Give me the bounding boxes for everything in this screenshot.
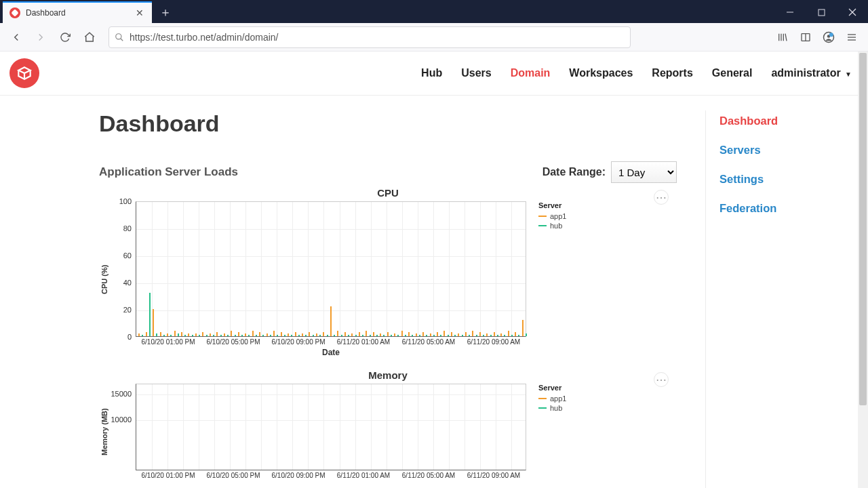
ytick: 15000 <box>111 390 132 398</box>
brand-logo[interactable] <box>9 58 39 88</box>
tab-title: Dashboard <box>26 8 129 18</box>
chart-options-button[interactable]: ⋯ <box>654 372 669 387</box>
svg-line-9 <box>785 33 787 41</box>
address-bar-text: https://test.turbo.net/admin/domain/ <box>130 32 278 43</box>
xtick: 6/11/20 05:00 AM <box>402 338 455 346</box>
browser-tab-active[interactable]: Dashboard ✕ <box>3 1 152 23</box>
search-icon <box>115 33 124 42</box>
sidebar-link-federation[interactable]: Federation <box>719 202 868 215</box>
date-range-select[interactable]: 1 Day <box>611 161 677 183</box>
legend-title: Server <box>538 201 582 209</box>
xtick: 6/10/20 09:00 PM <box>272 472 326 479</box>
svg-rect-1 <box>818 9 825 16</box>
xtick: 6/10/20 01:00 PM <box>142 338 195 346</box>
vertical-scrollbar[interactable] <box>858 52 868 488</box>
xtick: 6/10/20 09:00 PM <box>272 338 326 346</box>
section-title: Application Server Loads <box>99 165 238 179</box>
site-topnav: HubUsersDomainWorkspacesReportsGeneralad… <box>0 52 868 96</box>
ytick: 40 <box>123 279 132 287</box>
xtick: 6/11/20 09:00 AM <box>467 472 520 479</box>
sidebar-link-settings[interactable]: Settings <box>719 173 868 186</box>
window-close-button[interactable] <box>837 1 868 23</box>
window-minimize-button[interactable] <box>774 1 806 23</box>
nav-link-reports[interactable]: Reports <box>652 67 692 79</box>
nav-link-general[interactable]: General <box>712 67 753 79</box>
svg-point-4 <box>116 33 121 39</box>
chart-ylabel: Memory (MB) <box>99 388 110 475</box>
user-menu[interactable]: administrator ▼ <box>771 67 852 79</box>
xtick: 6/11/20 01:00 AM <box>337 338 390 346</box>
sidebar-link-servers[interactable]: Servers <box>719 144 868 157</box>
favicon-turbo <box>9 7 20 18</box>
chart-plot <box>136 384 526 470</box>
page-title: Dashboard <box>99 110 677 137</box>
ytick: 20 <box>123 306 132 314</box>
chart-cpu: CPU⋯CPU (%)0204060801006/10/20 01:00 PM6… <box>99 187 677 357</box>
xtick: 6/10/20 05:00 PM <box>207 472 260 479</box>
legend-item-app1: app1 <box>538 394 582 403</box>
nav-forward-button[interactable] <box>30 26 52 48</box>
browser-toolbar: https://test.turbo.net/admin/domain/ <box>0 23 868 52</box>
svg-line-5 <box>121 38 123 41</box>
hamburger-menu-button[interactable] <box>841 26 863 48</box>
ytick: 80 <box>123 224 132 232</box>
nav-link-users[interactable]: Users <box>461 67 491 79</box>
nav-link-domain[interactable]: Domain <box>511 67 551 79</box>
nav-back-button[interactable] <box>5 26 27 48</box>
nav-reload-button[interactable] <box>54 26 76 48</box>
legend-item-app1: app1 <box>538 212 582 220</box>
new-tab-button[interactable]: ＋ <box>156 3 175 22</box>
account-icon[interactable] <box>818 26 840 48</box>
right-sidebar: DashboardServersSettingsFederation <box>705 110 868 488</box>
chart-ylabel: CPU (%) <box>99 211 110 347</box>
ytick: 100 <box>119 197 132 205</box>
browser-titlebar: Dashboard ✕ ＋ <box>0 0 868 23</box>
ytick: 60 <box>123 251 132 260</box>
xtick: 6/11/20 09:00 AM <box>467 338 520 346</box>
date-range-label: Date Range: <box>542 166 606 178</box>
address-bar[interactable]: https://test.turbo.net/admin/domain/ <box>108 26 631 48</box>
legend-title: Server <box>538 384 582 392</box>
chart-options-button[interactable]: ⋯ <box>654 190 669 205</box>
window-controls <box>774 1 868 23</box>
chart-xlabel: Date <box>136 348 526 357</box>
xtick: 6/10/20 01:00 PM <box>142 472 195 479</box>
chart-title: Memory <box>99 369 677 381</box>
xtick: 6/10/20 05:00 PM <box>207 338 260 346</box>
window-maximize-button[interactable] <box>806 1 837 23</box>
reader-icon[interactable] <box>795 26 816 48</box>
xtick: 6/11/20 01:00 AM <box>337 472 390 479</box>
chart-memory: Memory⋯Memory (MB)10000150006/10/20 01:0… <box>99 369 677 480</box>
nav-home-button[interactable] <box>79 26 100 48</box>
xtick: 6/11/20 05:00 AM <box>402 472 455 479</box>
svg-point-14 <box>829 33 833 37</box>
sidebar-link-dashboard[interactable]: Dashboard <box>719 115 868 127</box>
legend-item-hub: hub <box>538 222 582 230</box>
tab-close-button[interactable]: ✕ <box>134 7 145 18</box>
ytick: 0 <box>127 333 132 341</box>
chart-plot <box>136 201 526 337</box>
page-viewport: HubUsersDomainWorkspacesReportsGeneralad… <box>0 52 868 488</box>
legend-item-hub: hub <box>538 404 582 412</box>
library-icon[interactable] <box>772 26 793 48</box>
ytick: 10000 <box>111 415 132 424</box>
chart-title: CPU <box>99 187 677 199</box>
nav-link-workspaces[interactable]: Workspaces <box>569 67 633 79</box>
nav-link-hub[interactable]: Hub <box>421 67 442 79</box>
